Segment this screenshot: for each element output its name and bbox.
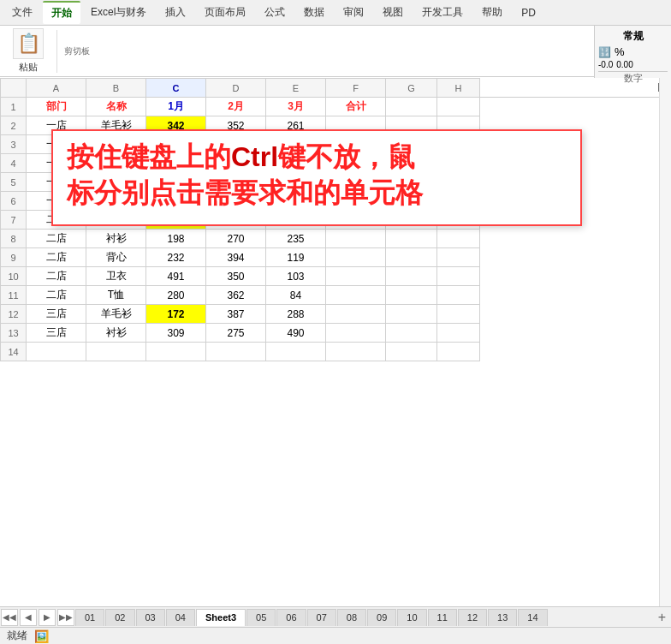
cell-d11[interactable]: 362 [206,286,266,305]
tab-nav-left[interactable]: ◀ [20,609,37,626]
cell-g1[interactable] [386,98,437,116]
tab-12[interactable]: 12 [458,609,487,626]
cell-d1[interactable]: 2月 [206,98,266,116]
tab-09[interactable]: 09 [367,609,396,626]
tab-06[interactable]: 06 [276,609,306,626]
menu-dev-tools[interactable]: 开发工具 [413,2,472,23]
cell-f10[interactable] [326,267,386,286]
tab-nav-left-start[interactable]: ◀◀ [1,609,18,626]
cell-d10[interactable]: 350 [206,267,266,286]
cell-c8[interactable]: 198 [146,230,206,248]
cell-c10[interactable]: 491 [146,267,206,286]
tab-10[interactable]: 10 [397,609,426,626]
cell-extra-13-0[interactable] [386,324,437,343]
cell-e9[interactable]: 119 [266,248,326,267]
cell-e11[interactable]: 84 [266,286,326,305]
cell-d14[interactable] [206,343,266,361]
cell-a14[interactable] [27,343,86,361]
cell-a9[interactable]: 二店 [27,248,86,267]
cell-extra-9-1[interactable] [437,248,480,267]
cell-b1[interactable]: 名称 [86,98,146,116]
cell-e12[interactable]: 288 [266,305,326,324]
cell-f14[interactable] [326,343,386,361]
cell-d8[interactable]: 270 [206,230,266,248]
cell-b14[interactable] [86,343,146,361]
col-header-c[interactable]: C [146,79,206,98]
menu-file[interactable]: 文件 [3,2,41,23]
tab-04[interactable]: 04 [166,609,195,626]
tab-nav-right-end[interactable]: ▶▶ [57,609,74,626]
col-header-f[interactable]: F [326,79,386,98]
col-header-g[interactable]: G [386,79,437,98]
vertical-scrollbar[interactable] [659,78,671,606]
cell-c9[interactable]: 232 [146,248,206,267]
add-sheet-button[interactable]: + [653,610,671,625]
cell-extra-14-1[interactable] [437,343,480,361]
cell-h1[interactable] [437,98,480,116]
col-header-h[interactable]: H [437,79,480,98]
menu-formula[interactable]: 公式 [256,2,294,23]
cell-extra-13-1[interactable] [437,324,480,343]
cell-d13[interactable]: 275 [206,324,266,343]
cell-c14[interactable] [146,343,206,361]
menu-review[interactable]: 审阅 [335,2,372,23]
cell-b9[interactable]: 背心 [86,248,146,267]
cell-e14[interactable] [266,343,326,361]
cell-a13[interactable]: 三店 [27,324,86,343]
cell-f11[interactable] [326,286,386,305]
cell-extra-12-0[interactable] [386,305,437,324]
tab-07[interactable]: 07 [307,609,336,626]
cell-b13[interactable]: 衬衫 [86,324,146,343]
cell-f9[interactable] [326,248,386,267]
cell-a11[interactable]: 二店 [27,286,86,305]
cell-a8[interactable]: 二店 [27,230,86,248]
cell-d9[interactable]: 394 [206,248,266,267]
cell-a1[interactable]: 部门 [27,98,86,116]
menu-view[interactable]: 视图 [374,2,412,23]
cell-b10[interactable]: 卫衣 [86,267,146,286]
cell-f12[interactable] [326,305,386,324]
cell-f8[interactable] [326,230,386,248]
cell-c11[interactable]: 280 [146,286,206,305]
cell-e1[interactable]: 3月 [266,98,326,116]
menu-insert[interactable]: 插入 [157,2,194,23]
cell-c13[interactable]: 309 [146,324,206,343]
cell-extra-11-0[interactable] [386,286,437,305]
cell-a10[interactable]: 二店 [27,267,86,286]
paste-button[interactable]: 📋 [13,28,44,59]
cell-b8[interactable]: 衬衫 [86,230,146,248]
cell-b11[interactable]: T恤 [86,286,146,305]
tab-14[interactable]: 14 [518,609,547,626]
cell-a12[interactable]: 三店 [27,305,86,324]
cell-extra-12-1[interactable] [437,305,480,324]
cell-c1[interactable]: 1月 [146,98,206,116]
tab-03[interactable]: 03 [136,609,165,626]
menu-excel-finance[interactable]: Excel与财务 [82,2,155,23]
cell-e13[interactable]: 490 [266,324,326,343]
cell-extra-11-1[interactable] [437,286,480,305]
cell-d12[interactable]: 387 [206,305,266,324]
tab-13[interactable]: 13 [488,609,517,626]
menu-data[interactable]: 数据 [295,2,333,23]
menu-page-layout[interactable]: 页面布局 [196,2,254,23]
tab-11[interactable]: 11 [428,609,457,626]
tab-02[interactable]: 02 [105,609,134,626]
cell-e8[interactable]: 235 [266,230,326,248]
cell-f13[interactable] [326,324,386,343]
col-header-e[interactable]: E [266,79,326,98]
tab-05[interactable]: 05 [246,609,276,626]
cell-extra-8-0[interactable] [386,230,437,248]
cell-extra-9-0[interactable] [386,248,437,267]
tab-08[interactable]: 08 [337,609,366,626]
cell-extra-8-1[interactable] [437,230,480,248]
tab-01[interactable]: 01 [75,609,104,626]
col-header-d[interactable]: D [206,79,266,98]
menu-home[interactable]: 开始 [43,1,80,24]
cell-extra-14-0[interactable] [386,343,437,361]
col-header-a[interactable]: A [27,79,86,98]
menu-help[interactable]: 帮助 [473,2,511,23]
cell-b12[interactable]: 羊毛衫 [86,305,146,324]
cell-e10[interactable]: 103 [266,267,326,286]
tab-nav-right[interactable]: ▶ [39,609,56,626]
cell-extra-10-0[interactable] [386,267,437,286]
